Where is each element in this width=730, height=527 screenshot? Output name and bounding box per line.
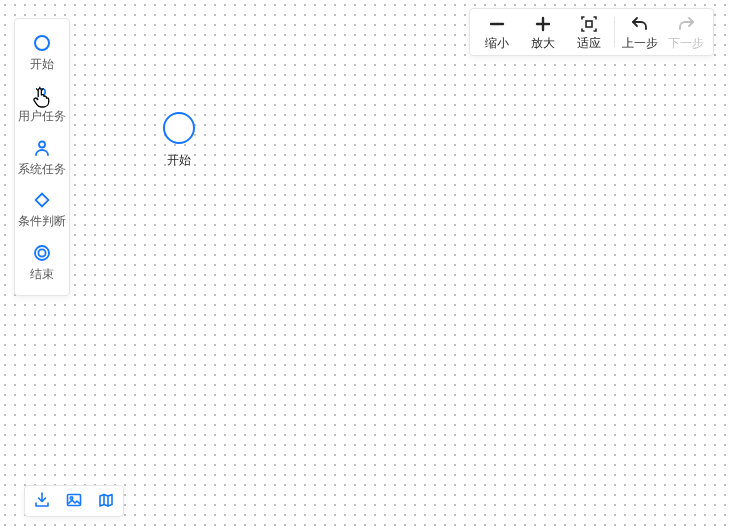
canvas[interactable]: 开始	[0, 0, 730, 527]
plus-icon	[534, 14, 552, 34]
toolbar-label: 适应	[577, 36, 601, 50]
canvas-toolbar: 缩小 放大 适应 上一步 下	[469, 8, 714, 56]
map-icon	[97, 491, 115, 512]
toolbar-label: 下一步	[668, 36, 704, 50]
download-icon	[33, 491, 51, 512]
palette-item-user-task[interactable]: 用户任务	[15, 77, 69, 129]
redo-icon	[677, 14, 695, 34]
svg-point-0	[35, 36, 49, 50]
svg-point-5	[38, 249, 45, 256]
download-button[interactable]	[31, 490, 53, 512]
node-start[interactable]: 开始	[163, 112, 195, 169]
svg-point-11	[70, 496, 73, 499]
toolbar-label: 缩小	[485, 36, 509, 50]
undo-icon	[631, 14, 649, 34]
palette-label: 结束	[30, 267, 54, 281]
redo-button: 下一步	[663, 11, 709, 53]
svg-point-1	[39, 89, 45, 95]
palette-item-end[interactable]: 结束	[15, 235, 69, 287]
diamond-icon	[32, 190, 52, 210]
double-circle-icon	[32, 243, 52, 263]
toolbar-separator	[614, 17, 615, 47]
svg-point-2	[39, 141, 45, 147]
toolbar-label: 放大	[531, 36, 555, 50]
minus-icon	[488, 14, 506, 34]
node-label: 开始	[167, 152, 191, 169]
svg-rect-3	[36, 194, 49, 207]
zoom-out-button[interactable]: 缩小	[474, 11, 520, 53]
svg-rect-9	[586, 21, 592, 27]
minimap-button[interactable]	[95, 490, 117, 512]
node-palette: 开始 用户任务 系统任务 条件判断 结束	[14, 18, 70, 296]
palette-label: 系统任务	[18, 162, 66, 176]
person-icon	[32, 138, 52, 158]
bottom-toolbar	[24, 485, 124, 517]
palette-label: 开始	[30, 57, 54, 71]
palette-item-system-task[interactable]: 系统任务	[15, 130, 69, 182]
palette-item-gateway[interactable]: 条件判断	[15, 182, 69, 234]
undo-button[interactable]: 上一步	[617, 11, 663, 53]
zoom-in-button[interactable]: 放大	[520, 11, 566, 53]
fit-icon	[580, 14, 598, 34]
circle-icon	[32, 33, 52, 53]
fit-view-button[interactable]: 适应	[566, 11, 612, 53]
user-icon	[32, 85, 52, 105]
svg-rect-10	[68, 494, 81, 505]
palette-item-start[interactable]: 开始	[15, 25, 69, 77]
toolbar-label: 上一步	[622, 36, 658, 50]
image-icon	[65, 491, 83, 512]
palette-label: 用户任务	[18, 109, 66, 123]
palette-label: 条件判断	[18, 214, 66, 228]
svg-point-4	[35, 246, 49, 260]
image-button[interactable]	[63, 490, 85, 512]
start-node-circle	[163, 112, 195, 144]
